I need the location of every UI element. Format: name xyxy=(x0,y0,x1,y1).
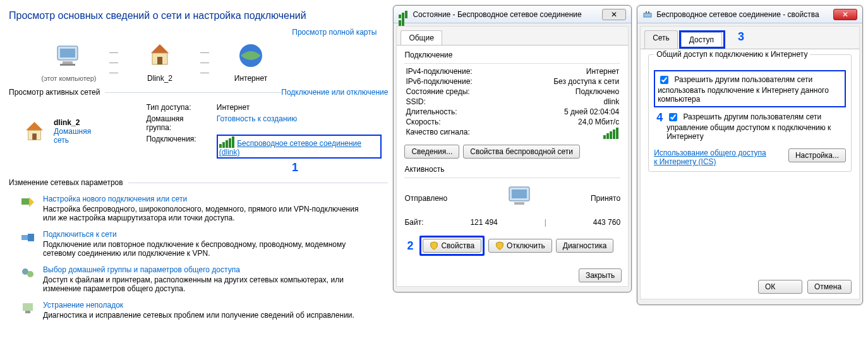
active-networks-label: Просмотр активных сетей xyxy=(9,88,100,97)
access-type-value: Интернет xyxy=(217,103,387,113)
globe-icon xyxy=(236,40,266,71)
home-network-icon xyxy=(21,119,47,144)
network-category-link[interactable]: Домашняя сеть xyxy=(54,127,107,145)
network-info: Тип доступа: Интернет Домашняя группа: Г… xyxy=(145,102,388,161)
allow-ics-checkbox[interactable] xyxy=(660,76,668,84)
task-connect-network[interactable]: Подключиться к сети xyxy=(43,230,371,239)
speed-label: Скорость: xyxy=(406,117,440,126)
close-button[interactable]: Закрыть xyxy=(579,268,622,282)
disable-button[interactable]: Отключить xyxy=(488,239,552,253)
dialog-title: Беспроводное сетевое соединение - свойст… xyxy=(656,10,833,19)
close-button[interactable]: ✕ xyxy=(602,9,626,20)
node-this-computer-label: (этот компьютер) xyxy=(34,75,104,82)
wireless-properties-button[interactable]: Свойства беспроводной сети xyxy=(463,145,580,159)
ssid-label: SSID: xyxy=(406,97,425,106)
svg-rect-17 xyxy=(25,311,30,313)
diagnose-button[interactable]: Диагностика xyxy=(556,239,614,253)
signal-quality-label: Качество сигнала: xyxy=(406,128,469,139)
svg-rect-10 xyxy=(32,133,37,140)
callout-4: 4 xyxy=(656,111,663,124)
connect-network-icon xyxy=(20,230,35,245)
full-map-link[interactable]: Просмотр полной карты xyxy=(9,28,388,37)
task-new-connection[interactable]: Настройка нового подключения или сети xyxy=(43,195,371,203)
svg-marker-4 xyxy=(151,44,169,53)
network-name: dlink_2 xyxy=(54,118,107,127)
svg-point-15 xyxy=(27,271,33,277)
new-connection-icon xyxy=(20,195,35,210)
sent-label: Отправлено xyxy=(404,194,447,203)
node-dlink-label: Dlink_2 xyxy=(125,74,195,83)
cancel-button[interactable]: Отмена xyxy=(807,280,852,294)
activity-group-title: Активность xyxy=(404,165,620,174)
svg-rect-13 xyxy=(28,234,34,241)
ics-help-link[interactable]: Использование общего доступа к Интернету… xyxy=(654,148,768,166)
media-state-label: Состояние среды: xyxy=(406,87,469,96)
router-icon xyxy=(145,40,175,71)
ipv4-label: IPv4-подключение: xyxy=(406,67,472,76)
task-troubleshoot-desc: Диагностика и исправление сетевых пробле… xyxy=(43,311,354,320)
wifi-signal-icon xyxy=(399,9,409,20)
troubleshoot-icon xyxy=(20,301,35,316)
settings-button[interactable]: Настройка... xyxy=(788,148,846,162)
svg-rect-20 xyxy=(514,202,524,205)
ok-button[interactable]: ОК xyxy=(758,280,802,294)
allow-ics-label[interactable]: Разрешить другим пользователям сети испо… xyxy=(658,75,829,104)
wifi-signal-icon xyxy=(219,136,235,148)
svg-rect-16 xyxy=(23,303,33,311)
network-sharing-center: Просмотр основных сведений о сети и наст… xyxy=(5,5,388,338)
details-button[interactable]: Сведения... xyxy=(404,145,459,159)
task-connect-network-desc: Подключение или повторное подключение к … xyxy=(43,240,371,258)
tab-network[interactable]: Сеть xyxy=(644,30,678,49)
callout-3: 3 xyxy=(738,30,744,49)
allow-control-checkbox[interactable] xyxy=(669,113,677,121)
ics-group-title: Общий доступ к подключению к Интернету xyxy=(654,50,810,59)
node-internet-label: Интернет xyxy=(216,74,286,83)
wireless-connection-link[interactable]: Беспроводное сетевое соединение (dlink) xyxy=(219,139,361,157)
ipv6-label: IPv6-подключение: xyxy=(406,77,472,86)
homegroup-icon xyxy=(20,265,35,280)
svg-rect-23 xyxy=(648,11,649,13)
network-map: (этот компьютер) — — — Dlink_2 — — — Инт… xyxy=(34,40,388,83)
uac-shield-icon xyxy=(495,241,504,250)
svg-rect-21 xyxy=(644,13,651,17)
task-troubleshoot[interactable]: Устранение неполадок xyxy=(43,301,354,310)
change-settings-label: Изменение сетевых параметров xyxy=(9,178,123,187)
connect-disconnect-link[interactable]: Подключение или отключение xyxy=(281,88,388,97)
duration-label: Длительность: xyxy=(406,107,457,116)
connection-group-title: Подключение xyxy=(404,51,620,59)
properties-button[interactable]: Свойства xyxy=(423,239,481,253)
connection-properties-dialog: Беспроводное сетевое соединение - свойст… xyxy=(637,5,863,305)
task-homegroup-desc: Доступ к файлам и принтерам, расположенн… xyxy=(43,275,371,293)
access-type-label: Тип доступа: xyxy=(146,103,215,113)
connector-dots: — — — xyxy=(195,47,216,77)
dialog-title: Состояние - Беспроводное сетевое соедине… xyxy=(413,10,602,19)
homegroup-link[interactable]: Готовность к созданию xyxy=(217,114,387,133)
tab-general[interactable]: Общие xyxy=(401,30,442,45)
task-new-connection-desc: Настройка беспроводного, широкополосного… xyxy=(43,205,371,222)
allow-control-label[interactable]: Разрешить другим пользователям сети упра… xyxy=(666,111,846,141)
page-title: Просмотр основных сведений о сети и наст… xyxy=(9,10,388,21)
bytes-received: 443 760 xyxy=(593,218,620,227)
duration-value: 5 дней 02:04:04 xyxy=(564,107,619,116)
svg-marker-8 xyxy=(26,122,43,130)
close-button[interactable]: ✕ xyxy=(833,9,857,20)
wireless-status-dialog: Состояние - Беспроводное сетевое соедине… xyxy=(393,5,632,292)
tab-access[interactable]: Доступ xyxy=(681,32,722,47)
callout-2: 2 xyxy=(407,239,413,253)
signal-quality-bars xyxy=(603,128,619,139)
received-label: Принято xyxy=(591,194,620,203)
ipv6-value: Без доступа к сети xyxy=(553,77,619,86)
bytes-sent: 121 494 xyxy=(470,218,497,227)
task-homegroup[interactable]: Выбор домашней группы и параметров общег… xyxy=(43,265,371,274)
ssid-value: dlink xyxy=(603,97,619,106)
media-state-value: Подключено xyxy=(576,87,619,96)
adapter-icon xyxy=(642,9,653,20)
connections-label: Подключения: xyxy=(146,135,215,160)
svg-rect-6 xyxy=(157,57,162,64)
svg-rect-3 xyxy=(60,64,75,66)
activity-computer-icon xyxy=(504,182,534,212)
bytes-label: Байт: xyxy=(404,218,423,227)
connector-dots: — — — xyxy=(104,47,125,77)
computer-icon xyxy=(54,41,84,71)
svg-rect-1 xyxy=(60,49,75,57)
